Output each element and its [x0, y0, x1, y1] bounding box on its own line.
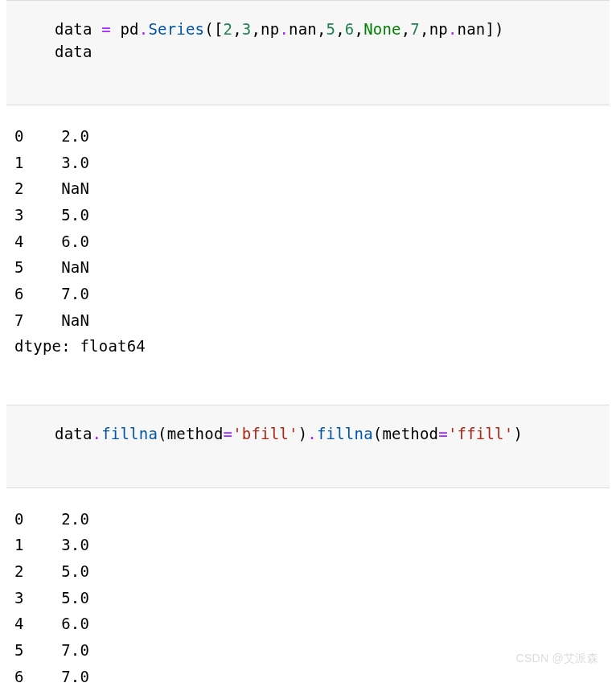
code-token: , [251, 20, 261, 38]
code-token: = [438, 425, 448, 442]
code-cell-input[interactable]: data.fillna(method='bfill').fillna(metho… [6, 405, 610, 488]
code-token [111, 20, 121, 38]
code-token: ] [485, 20, 495, 38]
code-token: . [279, 20, 289, 38]
code-token: , [317, 20, 326, 38]
spacer [0, 372, 616, 405]
code-token: data [55, 20, 92, 38]
code-token: . [448, 20, 458, 38]
code-token: None [363, 20, 401, 38]
code-token: = [101, 20, 111, 38]
code-token: data [55, 43, 92, 60]
code-token: = [224, 425, 233, 442]
code-token [92, 20, 102, 38]
code-token: , [232, 20, 242, 38]
code-token: fillna [101, 425, 158, 442]
code-content: data.fillna(method='bfill').fillna(metho… [55, 423, 595, 446]
code-token: data [55, 425, 92, 442]
code-token: ( [158, 425, 167, 442]
code-token: np [261, 20, 279, 38]
code-token: 3 [242, 20, 252, 38]
code-token: 'bfill' [232, 425, 298, 442]
code-token: 'ffill' [448, 425, 513, 442]
code-token: ( [204, 20, 214, 38]
code-token: . [92, 425, 102, 442]
code-token: . [139, 20, 149, 38]
code-token: ( [373, 425, 383, 442]
code-token: nan [458, 20, 486, 38]
code-token: fillna [317, 425, 373, 442]
code-token: , [420, 20, 429, 38]
code-token: ) [495, 20, 504, 38]
code-token: 5 [326, 20, 336, 38]
code-token: ) [513, 425, 523, 442]
code-content: data = pd.Series([2,3,np.nan,5,6,None,7,… [55, 19, 595, 63]
code-cell-input[interactable]: data = pd.Series([2,3,np.nan,5,6,None,7,… [6, 0, 610, 105]
code-token: [ [214, 20, 224, 38]
code-token: method [167, 425, 224, 442]
code-token: , [355, 20, 364, 38]
code-cell-output: 0 2.0 1 3.0 2 5.0 3 5.0 4 6.0 5 7.0 6 7.… [0, 488, 616, 687]
code-token: . [307, 425, 317, 442]
code-token: 7 [410, 20, 420, 38]
code-token: ) [298, 425, 308, 442]
code-token: method [382, 425, 438, 442]
code-cell-output: 0 2.0 1 3.0 2 NaN 3 5.0 4 6.0 5 NaN 6 7.… [0, 105, 616, 372]
code-token: nan [289, 20, 317, 38]
code-token: , [401, 20, 411, 38]
code-token: 6 [345, 20, 355, 38]
code-token: pd [120, 20, 138, 38]
code-token: , [335, 20, 345, 38]
code-token: 2 [224, 20, 233, 38]
code-token: Series [148, 20, 204, 38]
code-token: np [429, 20, 448, 38]
